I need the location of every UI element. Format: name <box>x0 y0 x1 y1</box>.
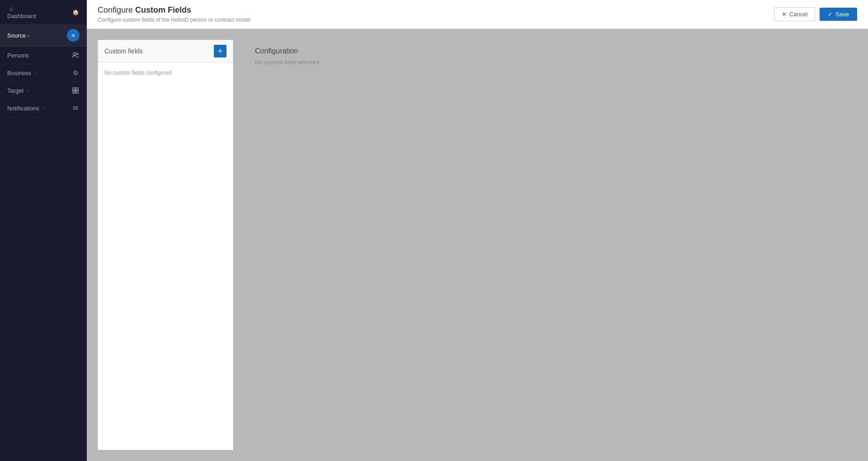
persons-label: Persons <box>7 52 29 59</box>
svg-rect-3 <box>76 88 78 90</box>
page-subtitle: Configure custom fields of the HelloID p… <box>98 17 250 23</box>
configuration-title: Configuration <box>255 47 846 55</box>
sidebar-item-dashboard[interactable]: ⌂ Dashboard 🏠 <box>0 0 87 24</box>
target-icon <box>71 86 80 95</box>
business-label: Business <box>7 70 31 76</box>
notifications-chevron-icon: ‹ <box>43 106 44 111</box>
custom-fields-panel: Custom fields + No custom fields configu… <box>98 40 233 450</box>
chevron-down-icon: ▾ <box>28 33 30 38</box>
sidebar-item-notifications[interactable]: Notifications ‹ ✉ <box>0 100 87 117</box>
custom-fields-empty-message: No custom fields configured <box>98 62 233 83</box>
target-label: Target <box>7 87 24 94</box>
save-button[interactable]: ✓ Save <box>820 8 857 21</box>
sidebar-item-label: Dashboard <box>7 13 36 19</box>
source-label: Source <box>7 32 26 39</box>
content-area: Custom fields + No custom fields configu… <box>87 29 868 461</box>
sidebar-item-source[interactable]: Source ▾ ≡ <box>0 24 87 47</box>
configuration-panel: Configuration No custom field selected <box>244 40 857 450</box>
sidebar: ⌂ Dashboard 🏠 Source ▾ ≡ Persons Busines… <box>0 0 87 461</box>
svg-rect-5 <box>76 91 78 93</box>
home-icon: ⌂ <box>7 5 15 13</box>
sidebar-item-persons[interactable]: Persons <box>0 47 87 64</box>
svg-rect-2 <box>73 88 75 90</box>
save-label: Save <box>835 11 849 18</box>
source-circle-icon: ≡ <box>67 29 80 42</box>
save-check-icon: ✓ <box>828 11 833 18</box>
configuration-empty-message: No custom field selected <box>255 59 846 66</box>
svg-point-0 <box>73 52 76 55</box>
target-chevron-icon: ‹ <box>27 88 28 93</box>
custom-fields-panel-header: Custom fields + <box>98 40 233 62</box>
header-actions: ✕ Cancel ✓ Save <box>774 7 857 21</box>
add-custom-field-button[interactable]: + <box>214 45 226 57</box>
main-content: Configure Custom Fields Configure custom… <box>87 0 868 461</box>
page-title: Configure Custom Fields <box>98 5 250 15</box>
custom-fields-title: Custom fields <box>104 48 143 55</box>
svg-point-1 <box>76 53 78 55</box>
title-prefix: Configure <box>98 5 135 14</box>
persons-icon <box>71 51 80 59</box>
business-chevron-icon: ‹ <box>35 71 36 76</box>
plus-icon: + <box>218 47 223 56</box>
notifications-mail-icon: ✉ <box>71 104 80 112</box>
cancel-icon: ✕ <box>782 11 787 18</box>
sidebar-item-business[interactable]: Business ‹ ⚙ <box>0 64 87 82</box>
cancel-label: Cancel <box>789 11 807 18</box>
cancel-button[interactable]: ✕ Cancel <box>774 7 815 21</box>
notifications-label: Notifications <box>7 105 39 112</box>
sidebar-item-target[interactable]: Target ‹ <box>0 82 87 100</box>
business-icon: ⚙ <box>71 69 80 77</box>
dashboard-nav-icon: 🏠 <box>71 8 80 16</box>
svg-rect-4 <box>73 91 75 93</box>
title-bold: Custom Fields <box>135 5 191 14</box>
header-title-group: Configure Custom Fields Configure custom… <box>98 5 250 23</box>
header-bar: Configure Custom Fields Configure custom… <box>87 0 868 29</box>
